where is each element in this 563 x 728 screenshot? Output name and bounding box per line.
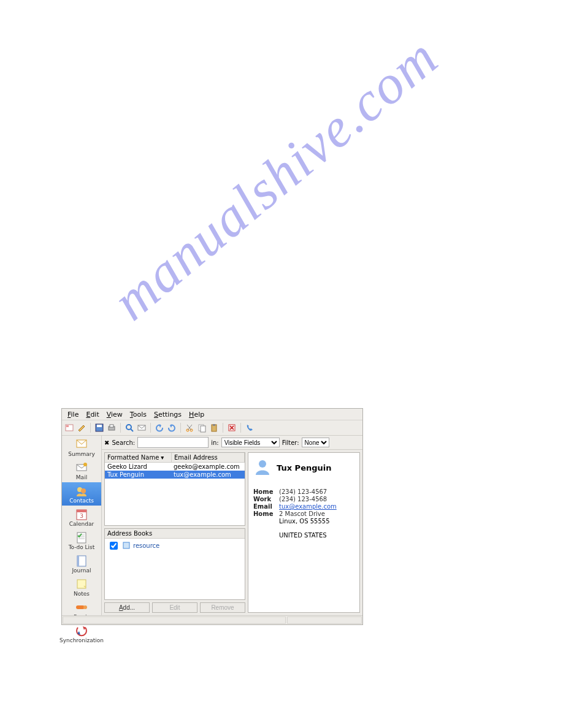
address-book-title: Address Books bbox=[105, 529, 245, 539]
separator bbox=[90, 423, 91, 433]
filter-label: Filter: bbox=[282, 439, 299, 446]
summary-icon bbox=[74, 438, 89, 451]
in-select[interactable]: Visible Fields bbox=[221, 438, 280, 447]
add-button[interactable]: Add... bbox=[104, 602, 150, 613]
menu-edit[interactable]: Edit bbox=[83, 411, 102, 419]
delete-icon[interactable] bbox=[227, 423, 237, 433]
sidebar-label: Calendar bbox=[69, 521, 94, 527]
svg-point-31 bbox=[259, 460, 266, 468]
edit-icon[interactable] bbox=[77, 423, 86, 433]
separator bbox=[240, 423, 241, 433]
feeds-icon bbox=[74, 601, 89, 614]
sidebar-item-calendar[interactable]: 3Calendar bbox=[62, 506, 101, 529]
separator bbox=[120, 423, 121, 433]
sidebar-item-synchronization[interactable]: Synchronization bbox=[62, 622, 101, 645]
watermark: manualshive.com bbox=[101, 25, 450, 332]
mail-icon bbox=[74, 461, 89, 474]
sidebar-item-contacts[interactable]: Contacts bbox=[62, 482, 101, 506]
button-row: Add... Edit Remove bbox=[104, 602, 245, 613]
svg-rect-27 bbox=[77, 580, 86, 588]
svg-point-18 bbox=[83, 463, 87, 466]
toolbar bbox=[62, 420, 362, 436]
ab-label: resource bbox=[133, 542, 159, 549]
new-card-icon[interactable] bbox=[64, 423, 74, 433]
table-row[interactable]: Tux Penguintux@example.com bbox=[105, 471, 245, 479]
col-name[interactable]: Formatted Name ▾ bbox=[105, 453, 172, 462]
field-value: (234) 123-4568 bbox=[279, 496, 327, 502]
svg-point-6 bbox=[126, 425, 131, 430]
undo-icon[interactable] bbox=[155, 423, 164, 433]
contact-name: Tux Penguin bbox=[277, 463, 331, 472]
address-book-item[interactable]: resource bbox=[105, 539, 245, 553]
contact-list: Formatted Name ▾ Email Address Geeko Liz… bbox=[104, 452, 245, 526]
separator bbox=[180, 423, 181, 433]
sidebar-label: To-do List bbox=[69, 544, 95, 550]
avatar-icon bbox=[253, 458, 272, 477]
menu-file[interactable]: File bbox=[64, 411, 82, 419]
svg-rect-14 bbox=[213, 424, 215, 426]
edit-button[interactable]: Edit bbox=[152, 602, 197, 613]
menu-help[interactable]: Help bbox=[186, 411, 207, 419]
menu-settings[interactable]: Settings bbox=[151, 411, 185, 419]
filter-select[interactable]: None bbox=[302, 438, 329, 447]
svg-rect-28 bbox=[76, 605, 85, 609]
svg-rect-1 bbox=[66, 425, 69, 427]
field-label: Email bbox=[253, 503, 275, 510]
book-icon bbox=[122, 541, 131, 551]
separator bbox=[150, 423, 151, 433]
svg-point-20 bbox=[81, 488, 86, 493]
redo-icon[interactable] bbox=[167, 423, 177, 433]
detail-field: Emailtux@example.com bbox=[253, 503, 354, 510]
synchronization-icon bbox=[74, 624, 89, 637]
field-label: Home bbox=[253, 510, 275, 517]
search-bar: ✖ Search: in: Visible Fields Filter: Non… bbox=[102, 436, 362, 450]
contact-detail: Tux Penguin Home(234) 123-4567Work(234) … bbox=[248, 452, 360, 613]
status-bar bbox=[62, 615, 362, 624]
cell-name: Geeko Lizard bbox=[105, 463, 171, 471]
sidebar-item-mail[interactable]: Mail bbox=[62, 459, 101, 482]
sidebar-label: Journal bbox=[72, 567, 91, 574]
addr-line2: Linux, OS 55555 bbox=[279, 518, 354, 525]
svg-rect-12 bbox=[201, 426, 205, 432]
search-icon[interactable] bbox=[124, 423, 134, 433]
menu-view[interactable]: View bbox=[104, 411, 126, 419]
main-area: ✖ Search: in: Visible Fields Filter: Non… bbox=[102, 436, 362, 615]
detail-field: Home(234) 123-4567 bbox=[253, 488, 354, 495]
sidebar-label: Notes bbox=[74, 591, 90, 597]
ab-checkbox[interactable] bbox=[110, 542, 118, 550]
col-email[interactable]: Email Address bbox=[172, 453, 245, 462]
in-label: in: bbox=[211, 439, 219, 446]
menu-tools[interactable]: Tools bbox=[127, 411, 150, 419]
phone-icon[interactable] bbox=[245, 423, 255, 433]
table-row[interactable]: Geeko Lizardgeeko@example.com bbox=[105, 463, 245, 471]
clear-search-icon[interactable]: ✖ bbox=[104, 439, 109, 446]
copy-icon[interactable] bbox=[197, 423, 207, 433]
sidebar-label: Contacts bbox=[69, 498, 94, 504]
sidebar-item-journal[interactable]: Journal bbox=[62, 552, 101, 575]
remove-button[interactable]: Remove bbox=[200, 602, 245, 613]
left-pane: Formatted Name ▾ Email Address Geeko Liz… bbox=[104, 452, 245, 613]
paste-icon[interactable] bbox=[209, 423, 219, 433]
sidebar-item-to-do-list[interactable]: To-do List bbox=[62, 529, 101, 552]
print-icon[interactable] bbox=[107, 423, 117, 433]
cut-icon[interactable] bbox=[185, 423, 194, 433]
sort-down-icon: ▾ bbox=[161, 454, 164, 461]
field-value[interactable]: tux@example.com bbox=[279, 503, 337, 510]
search-input[interactable] bbox=[137, 437, 209, 448]
mail-icon[interactable] bbox=[137, 423, 147, 433]
svg-line-7 bbox=[131, 429, 133, 431]
contacts-icon bbox=[74, 484, 89, 498]
svg-rect-22 bbox=[77, 510, 86, 512]
notes-icon bbox=[74, 577, 89, 591]
field-value: (234) 123-4567 bbox=[279, 488, 327, 495]
detail-field: Work(234) 123-4568 bbox=[253, 496, 354, 502]
separator bbox=[223, 423, 223, 433]
detail-field: Home2 Mascot Drive bbox=[253, 510, 354, 517]
sidebar-item-summary[interactable]: Summary bbox=[62, 436, 101, 459]
sidebar-item-notes[interactable]: Notes bbox=[62, 575, 101, 599]
save-icon[interactable] bbox=[94, 423, 104, 433]
cell-email: geeko@example.com bbox=[171, 463, 245, 471]
sidebar-label: Mail bbox=[76, 474, 87, 480]
menubar: File Edit View Tools Settings Help bbox=[62, 409, 362, 420]
svg-rect-26 bbox=[77, 556, 79, 566]
